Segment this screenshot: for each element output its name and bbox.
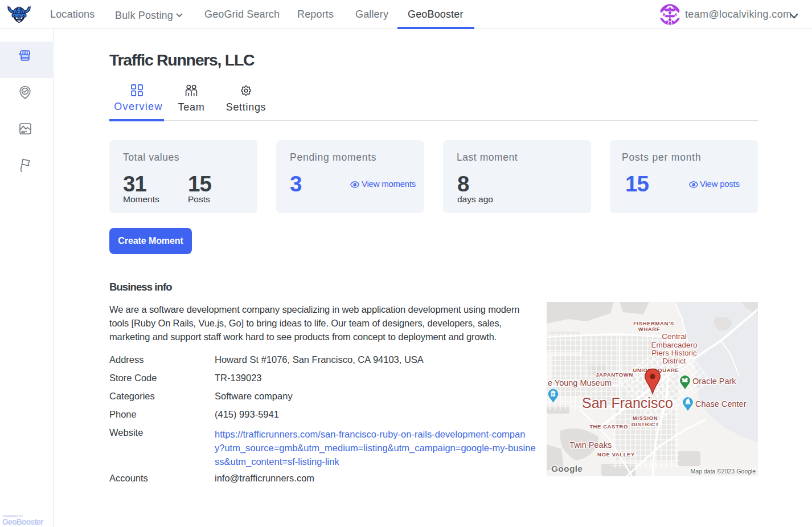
svg-text:Piers Historic: Piers Historic bbox=[651, 349, 697, 357]
svg-text:Google: Google bbox=[551, 464, 583, 473]
svg-text:e Young Museum: e Young Museum bbox=[548, 378, 612, 387]
svg-text:Map data ©2023 Google: Map data ©2023 Google bbox=[690, 468, 756, 475]
svg-text:Embarcadero: Embarcadero bbox=[651, 341, 697, 349]
svg-text:NOE VALLEY: NOE VALLEY bbox=[597, 451, 635, 457]
svg-text:Chase Center: Chase Center bbox=[695, 399, 747, 408]
svg-text:Twin Peaks: Twin Peaks bbox=[569, 440, 612, 450]
svg-text:San Francisco: San Francisco bbox=[582, 395, 673, 411]
svg-text:WHARF: WHARF bbox=[638, 326, 660, 332]
svg-text:District: District bbox=[662, 357, 686, 365]
svg-text:JAPANTOWN: JAPANTOWN bbox=[596, 371, 633, 378]
svg-text:Central: Central bbox=[662, 332, 687, 341]
svg-text:DISTRICT: DISTRICT bbox=[631, 421, 659, 427]
svg-text:Oracle Park: Oracle Park bbox=[692, 377, 736, 386]
svg-text:THE CASTRO: THE CASTRO bbox=[589, 423, 628, 430]
svg-text:MISSION: MISSION bbox=[633, 415, 658, 421]
